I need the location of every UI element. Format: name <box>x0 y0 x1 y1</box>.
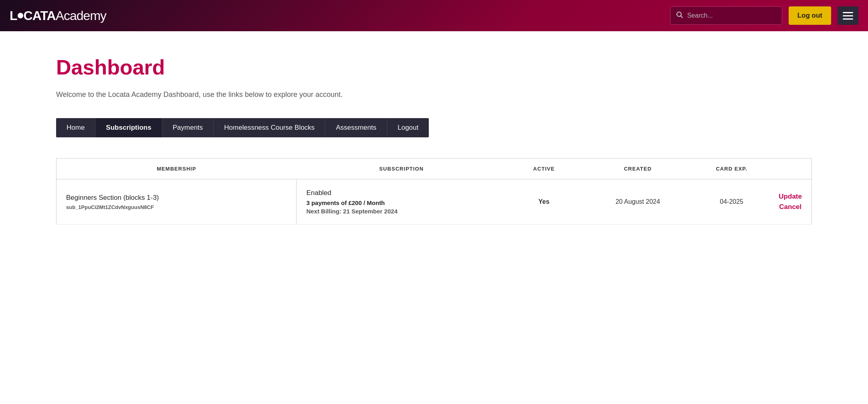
logo: LCATAAcademy <box>10 8 106 23</box>
svg-line-1 <box>680 16 682 18</box>
header-right: Log out <box>670 6 858 25</box>
col-header-subscription: SUBSCRIPTION <box>297 159 507 179</box>
logo-cata: CATA <box>24 8 56 23</box>
col-header-membership: MEMBERSHIP <box>57 159 297 179</box>
page-title: Dashboard <box>56 55 812 79</box>
main-content: Dashboard Welcome to the Locata Academy … <box>0 31 868 404</box>
tab-payments[interactable]: Payments <box>162 118 214 137</box>
tab-home[interactable]: Home <box>56 118 95 137</box>
col-header-cardexp: CARD EXP. <box>694 159 769 179</box>
search-icon <box>676 11 683 20</box>
cell-actions: Update Cancel <box>769 179 811 225</box>
welcome-text: Welcome to the Locata Academy Dashboard,… <box>56 90 812 99</box>
tab-logout[interactable]: Logout <box>387 118 429 137</box>
logo-academy: Academy <box>56 8 106 23</box>
logo-loc: L <box>10 8 17 23</box>
cell-cardexp: 04-2025 <box>694 179 769 225</box>
cell-active: Yes <box>507 179 582 225</box>
subscription-status: Enabled <box>306 189 497 197</box>
menu-icon-bar2 <box>843 15 853 16</box>
tab-assessments[interactable]: Assessments <box>325 118 387 137</box>
subscriptions-table: MEMBERSHIP SUBSCRIPTION ACTIVE CREATED C… <box>56 158 812 225</box>
menu-button[interactable] <box>838 6 858 25</box>
subscription-billing: Next Billing: 21 September 2024 <box>306 208 497 215</box>
update-button[interactable]: Update <box>779 193 802 201</box>
logout-button[interactable]: Log out <box>789 6 831 25</box>
tab-subscriptions[interactable]: Subscriptions <box>95 118 162 137</box>
logo-bullet <box>18 13 23 18</box>
site-header: LCATAAcademy Log out <box>0 0 868 31</box>
cell-subscription: Enabled 3 payments of £200 / Month Next … <box>297 179 507 225</box>
menu-icon-bar1 <box>843 12 853 13</box>
cell-created: 20 August 2024 <box>581 179 694 225</box>
col-header-actions <box>769 159 811 179</box>
col-header-active: ACTIVE <box>507 159 582 179</box>
col-header-created: CREATED <box>581 159 694 179</box>
search-input[interactable] <box>687 12 776 19</box>
tab-homelessness[interactable]: Homelessness Course Blocks <box>214 118 325 137</box>
nav-tabs: Home Subscriptions Payments Homelessness… <box>56 118 812 137</box>
cancel-button[interactable]: Cancel <box>779 203 802 211</box>
membership-id: sub_1PpuCi2Mt1ZCdvNxguusN8CF <box>66 204 287 210</box>
membership-name: Beginners Section (blocks 1-3) <box>66 194 287 202</box>
table-row: Beginners Section (blocks 1-3) sub_1PpuC… <box>57 179 812 225</box>
subscription-payments: 3 payments of £200 / Month <box>306 199 497 206</box>
cell-membership: Beginners Section (blocks 1-3) sub_1PpuC… <box>57 179 297 225</box>
menu-icon-bar3 <box>843 18 853 20</box>
search-box[interactable] <box>670 6 782 25</box>
